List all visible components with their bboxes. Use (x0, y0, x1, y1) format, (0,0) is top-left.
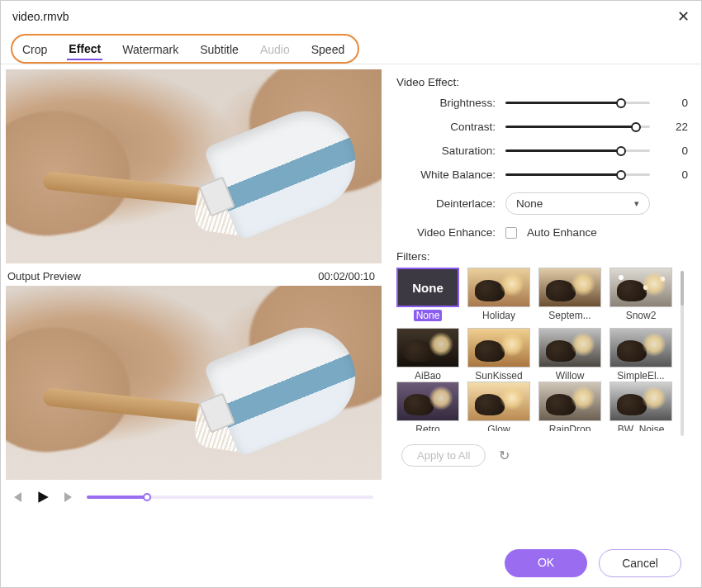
filters-scrollbar[interactable] (681, 271, 684, 436)
window-title: video.rmvb (12, 10, 69, 23)
tab-watermark[interactable]: Watermark (121, 38, 180, 59)
filter-holiday[interactable]: Holiday (467, 268, 530, 321)
video-enhance-row: Video Enhance: Auto Enhance (396, 226, 688, 239)
tab-speed[interactable]: Speed (310, 38, 346, 59)
deinterlace-selected: None (516, 197, 543, 210)
cancel-button[interactable]: Cancel (599, 549, 681, 577)
video-enhance-label: Video Enhance: (396, 226, 496, 239)
filters-grid-row3: Retro Glow RainDrop BW_Noise (396, 382, 672, 431)
filter-snow2[interactable]: Snow2 (610, 268, 672, 321)
close-icon[interactable]: ✕ (677, 7, 690, 26)
playback-controls (6, 483, 382, 511)
saturation-label: Saturation: (396, 145, 496, 157)
filter-simpleel[interactable]: SimpleEl... (610, 328, 672, 382)
white-balance-row: White Balance: 0 (396, 168, 688, 181)
play-icon[interactable] (34, 488, 52, 506)
prev-frame-icon[interactable] (7, 488, 26, 506)
output-preview-label: Output Preview (7, 270, 81, 282)
saturation-value: 0 (660, 145, 688, 157)
contrast-row: Contrast: 22 (396, 121, 688, 133)
chevron-down-icon: ▾ (634, 198, 639, 209)
filters-title: Filters: (396, 250, 688, 263)
tab-bar: Crop Effect Watermark Subtitle Audio Spe… (1, 31, 701, 64)
filter-none-thumb: None (396, 268, 459, 307)
filter-none[interactable]: None None (396, 268, 459, 321)
filter-raindrop[interactable]: RainDrop (538, 382, 601, 431)
preview-separator: Output Preview 00:02/00:10 (6, 267, 382, 286)
filters-area: None None Holiday Septem... Snow2 (396, 268, 688, 436)
filter-none-label: None (414, 310, 443, 321)
contrast-slider[interactable] (505, 126, 650, 128)
filters-grid: None None Holiday Septem... Snow2 (396, 268, 672, 382)
white-balance-label: White Balance: (396, 168, 496, 181)
deinterlace-row: Deinterlace: None ▾ (396, 192, 688, 215)
brightness-row: Brightness: 0 (396, 97, 688, 109)
preview-pane: Output Preview 00:02/00:10 (1, 64, 385, 514)
output-preview (6, 286, 382, 480)
auto-enhance-checkbox[interactable] (505, 227, 517, 239)
saturation-slider[interactable] (505, 149, 650, 152)
auto-enhance-label: Auto Enhance (527, 226, 597, 239)
brightness-label: Brightness: (396, 97, 496, 109)
brightness-slider[interactable] (505, 102, 650, 104)
deinterlace-select[interactable]: None ▾ (505, 192, 650, 215)
filter-aibao[interactable]: AiBao (396, 328, 459, 382)
deinterlace-label: Deinterlace: (396, 197, 496, 210)
saturation-row: Saturation: 0 (396, 145, 688, 157)
tab-effect[interactable]: Effect (67, 37, 102, 60)
white-balance-slider[interactable] (505, 173, 650, 176)
main-area: Output Preview 00:02/00:10 Video Effect:… (1, 64, 701, 514)
seek-bar[interactable] (87, 496, 373, 499)
input-preview (6, 69, 382, 263)
video-effect-title: Video Effect: (396, 76, 688, 88)
title-bar: video.rmvb ✕ (1, 1, 701, 31)
footer-buttons: OK Cancel (505, 549, 681, 577)
white-balance-value: 0 (660, 168, 688, 181)
timecode: 00:02/00:10 (318, 270, 375, 282)
filter-retro[interactable]: Retro (396, 382, 459, 431)
filter-willow[interactable]: Willow (538, 328, 601, 382)
reset-icon[interactable]: ↻ (499, 448, 510, 463)
tab-audio: Audio (259, 38, 292, 59)
tab-crop[interactable]: Crop (21, 38, 49, 59)
tab-subtitle[interactable]: Subtitle (198, 38, 240, 59)
ok-button[interactable]: OK (505, 549, 587, 577)
tab-highlight-ring: Crop Effect Watermark Subtitle Audio Spe… (11, 34, 359, 64)
filter-sunkissed[interactable]: SunKissed (467, 328, 530, 382)
effects-panel: Video Effect: Brightness: 0 Contrast: 22… (385, 64, 701, 514)
contrast-label: Contrast: (396, 121, 496, 133)
filter-bwnoise[interactable]: BW_Noise (610, 382, 672, 431)
filter-september[interactable]: Septem... (538, 268, 601, 321)
filter-glow[interactable]: Glow (467, 382, 530, 431)
brightness-value: 0 (660, 97, 688, 109)
apply-to-all-button[interactable]: Apply to All (401, 444, 486, 467)
next-frame-icon[interactable] (60, 488, 78, 506)
apply-row: Apply to All ↻ (396, 436, 688, 467)
contrast-value: 22 (660, 121, 688, 133)
